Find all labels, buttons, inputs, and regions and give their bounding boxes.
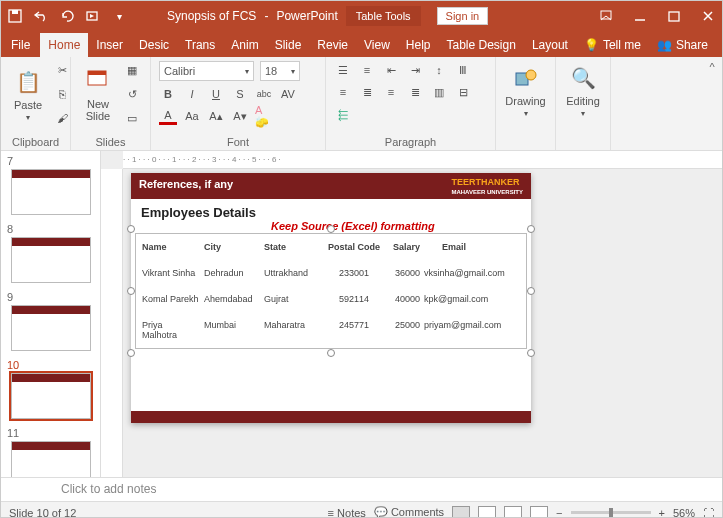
tab-layout[interactable]: Layout xyxy=(524,33,576,57)
undo-icon[interactable] xyxy=(33,8,49,24)
cut-icon[interactable]: ✂ xyxy=(53,61,71,79)
align-center-button[interactable]: ≣ xyxy=(358,83,376,101)
tell-me[interactable]: 💡Tell me xyxy=(576,33,649,57)
tab-help[interactable]: Help xyxy=(398,33,439,57)
tab-transitions[interactable]: Trans xyxy=(177,33,223,57)
text-direction-button[interactable]: Ⅲ xyxy=(454,61,472,79)
shadow-button[interactable]: abc xyxy=(255,85,273,103)
clear-format-button[interactable]: A🧽 xyxy=(255,107,273,125)
shrink-font-button[interactable]: A▾ xyxy=(231,107,249,125)
slide-title: Employees Details xyxy=(131,199,531,220)
thumb-10[interactable] xyxy=(11,373,91,419)
thumb-11[interactable] xyxy=(11,441,91,477)
tab-home[interactable]: Home xyxy=(40,33,88,57)
slide-thumbnails[interactable]: 7 8 9 10 11 12 xyxy=(1,151,101,477)
zoom-out-button[interactable]: − xyxy=(556,507,562,519)
table-header: NameCityStatePostal CodeSalaryEmail xyxy=(136,234,526,260)
university-logo: TEERTHANKERMAHAVEER UNIVERSITY xyxy=(451,178,523,194)
shapes-icon xyxy=(511,63,541,93)
editing-button[interactable]: 🔍 Editing▾ xyxy=(564,61,602,120)
tab-file[interactable]: File xyxy=(1,33,40,57)
reset-icon[interactable]: ↺ xyxy=(123,85,141,103)
redo-icon[interactable] xyxy=(59,8,75,24)
tab-insert[interactable]: Inser xyxy=(88,33,131,57)
strike-button[interactable]: S xyxy=(231,85,249,103)
zoom-slider[interactable] xyxy=(571,511,651,514)
drawing-button[interactable]: Drawing▾ xyxy=(504,61,547,120)
align-left-button[interactable]: ≡ xyxy=(334,83,352,101)
underline-button[interactable]: U xyxy=(207,85,225,103)
employee-table[interactable]: NameCityStatePostal CodeSalaryEmail Vikr… xyxy=(135,233,527,349)
signin-button[interactable]: Sign in xyxy=(437,7,489,25)
slide-header: References, if any xyxy=(139,178,233,194)
tab-slideshow[interactable]: Slide xyxy=(267,33,310,57)
ribbon-options-icon[interactable] xyxy=(598,8,614,24)
thumb-8[interactable] xyxy=(11,237,91,283)
qat-more-icon[interactable]: ▾ xyxy=(111,8,127,24)
align-right-button[interactable]: ≡ xyxy=(382,83,400,101)
group-clipboard: Clipboard xyxy=(9,134,62,148)
zoom-level[interactable]: 56% xyxy=(673,507,695,519)
slide-counter: Slide 10 of 12 xyxy=(9,507,76,519)
normal-view-icon[interactable] xyxy=(452,506,470,519)
thumb-7[interactable] xyxy=(11,169,91,215)
numbering-button[interactable]: ≡ xyxy=(358,61,376,79)
columns-button[interactable]: ▥ xyxy=(430,83,448,101)
indent-dec-button[interactable]: ⇤ xyxy=(382,61,400,79)
section-icon[interactable]: ▭ xyxy=(123,109,141,127)
svg-rect-3 xyxy=(601,11,611,19)
format-painter-icon[interactable]: 🖌 xyxy=(53,109,71,127)
tab-review[interactable]: Revie xyxy=(309,33,356,57)
fit-window-icon[interactable]: ⛶ xyxy=(703,507,714,519)
tab-animations[interactable]: Anim xyxy=(223,33,266,57)
save-icon[interactable] xyxy=(7,8,23,24)
thumb-9[interactable] xyxy=(11,305,91,351)
tab-table-design[interactable]: Table Design xyxy=(439,33,524,57)
layout-icon[interactable]: ▦ xyxy=(123,61,141,79)
change-case-button[interactable]: Aa xyxy=(183,107,201,125)
notes-toggle[interactable]: ≡ Notes xyxy=(328,507,366,519)
italic-button[interactable]: I xyxy=(183,85,201,103)
font-name-select[interactable]: Calibri▾ xyxy=(159,61,254,81)
spacing-button[interactable]: AV xyxy=(279,85,297,103)
smartart-button[interactable]: ⬱ xyxy=(334,105,352,123)
table-row: Priya MalhotraMumbaiMaharatra24577125000… xyxy=(136,312,526,348)
ruler-horizontal: · · 1 · · · 0 · · · 1 · · · 2 · · · 3 · … xyxy=(123,151,722,169)
sorter-view-icon[interactable] xyxy=(478,506,496,519)
justify-button[interactable]: ≣ xyxy=(406,83,424,101)
new-slide-icon xyxy=(83,66,113,96)
paste-button[interactable]: 📋 Paste ▾ xyxy=(9,65,47,124)
minimize-icon[interactable] xyxy=(632,8,648,24)
close-icon[interactable] xyxy=(700,8,716,24)
bullets-button[interactable]: ☰ xyxy=(334,61,352,79)
group-slides: Slides xyxy=(79,134,142,148)
svg-rect-1 xyxy=(12,10,18,14)
new-slide-button[interactable]: New Slide xyxy=(79,64,117,124)
copy-icon[interactable]: ⎘ xyxy=(53,85,71,103)
tab-view[interactable]: View xyxy=(356,33,398,57)
ruler-vertical xyxy=(101,169,123,477)
maximize-icon[interactable] xyxy=(666,8,682,24)
svg-point-9 xyxy=(526,70,536,80)
collapse-ribbon-icon[interactable]: ^ xyxy=(702,57,722,150)
indent-inc-button[interactable]: ⇥ xyxy=(406,61,424,79)
reading-view-icon[interactable] xyxy=(504,506,522,519)
line-spacing-button[interactable]: ↕ xyxy=(430,61,448,79)
tab-design[interactable]: Desic xyxy=(131,33,177,57)
bold-button[interactable]: B xyxy=(159,85,177,103)
comments-toggle[interactable]: 💬 Comments xyxy=(374,506,444,518)
bulb-icon: 💡 xyxy=(584,38,599,52)
app-name: PowerPoint xyxy=(276,9,337,23)
notes-pane[interactable]: Click to add notes xyxy=(1,477,722,501)
align-text-button[interactable]: ⊟ xyxy=(454,83,472,101)
startover-icon[interactable] xyxy=(85,8,101,24)
slideshow-view-icon[interactable] xyxy=(530,506,548,519)
zoom-in-button[interactable]: + xyxy=(659,507,665,519)
share-button[interactable]: 👥Share xyxy=(649,33,716,57)
font-color-button[interactable]: A xyxy=(159,107,177,125)
table-row: Komal ParekhAhemdabadGujrat59211440000kp… xyxy=(136,286,526,312)
slide-canvas[interactable]: References, if any TEERTHANKERMAHAVEER U… xyxy=(131,173,531,423)
grow-font-button[interactable]: A▴ xyxy=(207,107,225,125)
font-size-select[interactable]: 18▾ xyxy=(260,61,300,81)
svg-rect-7 xyxy=(88,71,106,75)
